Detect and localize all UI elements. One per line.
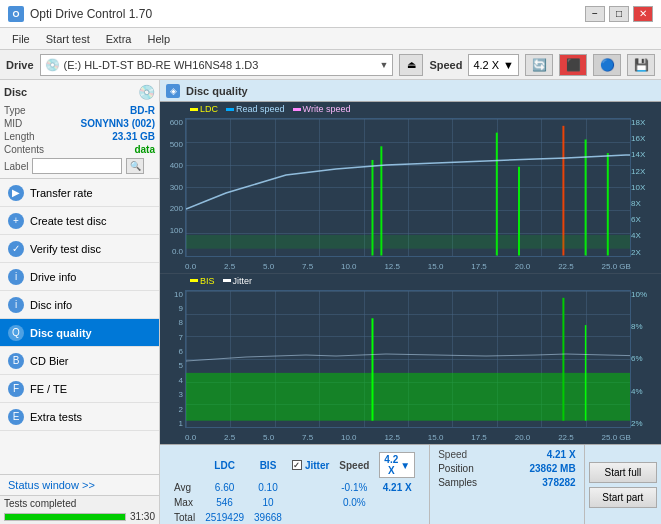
avg-jitter: -0.1%	[335, 481, 373, 494]
disc-quality-header: ◈ Disc quality	[160, 80, 661, 102]
status-window-button[interactable]: Status window >>	[0, 474, 159, 495]
menu-extra[interactable]: Extra	[98, 31, 140, 47]
disc-label-input[interactable]	[32, 158, 122, 174]
y-label-0: 0.0	[172, 247, 185, 256]
settings-button[interactable]: ⬛	[559, 54, 587, 76]
col-speed-val: 4.2 X ▼	[375, 451, 419, 479]
legend-bis: BIS	[190, 276, 215, 286]
disc-type-label: Type	[4, 105, 26, 116]
info-button[interactable]: 🔵	[593, 54, 621, 76]
speed-display[interactable]: 4.2 X ▼	[379, 452, 415, 478]
chart2-y-axis-left: 10 9 8 7 6 5 4 3 2 1	[160, 290, 185, 429]
maximize-button[interactable]: □	[609, 6, 629, 22]
stats-table: LDC BIS ✓ Jitter Speed	[168, 449, 421, 524]
col-bis-header: BIS	[250, 451, 286, 479]
stats-total-row: Total 2519429 39668	[170, 511, 419, 524]
samples-value: 378282	[542, 477, 575, 488]
disc-contents-label: Contents	[4, 144, 44, 155]
sidebar-item-cd-bier[interactable]: B CD Bier	[0, 347, 159, 375]
sidebar-item-disc-quality[interactable]: Q Disc quality	[0, 319, 159, 347]
stats-table-area: LDC BIS ✓ Jitter Speed	[160, 445, 429, 524]
total-samples	[335, 511, 373, 524]
legend-bis-label: BIS	[200, 276, 215, 286]
sidebar-item-create-test-disc[interactable]: + Create test disc	[0, 207, 159, 235]
legend-jitter-label: Jitter	[233, 276, 253, 286]
max-position	[375, 496, 419, 509]
drive-selector[interactable]: 💿 (E:) HL-DT-ST BD-RE WH16NS48 1.D3 ▼	[40, 54, 394, 76]
chart2-x-axis: 0.0 2.5 5.0 7.5 10.0 12.5 15.0 17.5 20.0…	[185, 433, 631, 442]
sidebar-item-verify-test-disc[interactable]: ✓ Verify test disc	[0, 235, 159, 263]
stats-bar: LDC BIS ✓ Jitter Speed	[160, 444, 661, 524]
stats-buttons: Start full Start part	[584, 445, 661, 524]
speed-value: 4.2 X	[473, 59, 499, 71]
y-label-100: 100	[170, 226, 185, 235]
start-full-button[interactable]: Start full	[589, 462, 657, 483]
chart-area: LDC Read speed Write speed 600 500 40	[160, 102, 661, 444]
max-jitter: 0.0%	[335, 496, 373, 509]
save-button[interactable]: 💾	[627, 54, 655, 76]
start-part-button[interactable]: Start part	[589, 487, 657, 508]
close-button[interactable]: ✕	[633, 6, 653, 22]
sidebar-item-label: Disc quality	[30, 327, 92, 339]
jitter-checkbox-label: Jitter	[305, 460, 329, 471]
disc-quality-title: Disc quality	[186, 85, 248, 97]
speed-dropdown-icon: ▼	[503, 59, 514, 71]
speed-selector[interactable]: 4.2 X ▼	[468, 54, 519, 76]
legend-read-label: Read speed	[236, 104, 285, 114]
total-ldc: 2519429	[201, 511, 248, 524]
disc-contents-row: Contents data	[4, 143, 155, 156]
chart2-svg	[186, 291, 630, 428]
sidebar-item-disc-info[interactable]: i Disc info	[0, 291, 159, 319]
app-title: Opti Drive Control 1.70	[30, 7, 152, 21]
disc-label-row: Label 🔍	[4, 158, 155, 174]
disc-label-browse-button[interactable]: 🔍	[126, 158, 144, 174]
legend-jitter-box	[223, 279, 231, 282]
chart1-legend: LDC Read speed Write speed	[190, 104, 350, 114]
status-text: Tests completed	[4, 498, 155, 509]
fe-te-icon: F	[8, 381, 24, 397]
refresh-button[interactable]: 🔄	[525, 54, 553, 76]
avg-label: Avg	[170, 481, 199, 494]
title-bar-left: O Opti Drive Control 1.70	[8, 6, 152, 22]
y-label-500: 500	[170, 140, 185, 149]
jitter-checkbox[interactable]: ✓	[292, 460, 302, 470]
drive-name-text: (E:) HL-DT-ST BD-RE WH16NS48 1.D3	[64, 59, 376, 71]
chart1-y-axis-left: 600 500 400 300 200 100 0.0	[160, 118, 185, 257]
minimize-button[interactable]: −	[585, 6, 605, 22]
menu-help[interactable]: Help	[139, 31, 178, 47]
sidebar-item-label: Transfer rate	[30, 187, 93, 199]
jitter-speed-row: Speed 4.21 X	[438, 449, 575, 460]
sidebar-item-extra-tests[interactable]: E Extra tests	[0, 403, 159, 431]
sidebar-item-label: Drive info	[30, 271, 76, 283]
disc-length-row: Length 23.31 GB	[4, 130, 155, 143]
legend-ldc-box	[190, 108, 198, 111]
chart2-grid	[185, 290, 631, 429]
main-content: ◈ Disc quality LDC Read speed	[160, 80, 661, 524]
disc-type-row: Type BD-R	[4, 104, 155, 117]
disc-length-label: Length	[4, 131, 35, 142]
menu-start-test[interactable]: Start test	[38, 31, 98, 47]
chart-bis-jitter: BIS Jitter 10 9 8 7 6 5 4 3	[160, 274, 661, 445]
max-spacer	[288, 496, 333, 509]
svg-rect-7	[186, 235, 630, 249]
drive-dropdown-arrow-icon: ▼	[379, 60, 388, 70]
sidebar-item-fe-te[interactable]: F FE / TE	[0, 375, 159, 403]
disc-length-value: 23.31 GB	[112, 131, 155, 142]
y-right-4x: 4X	[631, 231, 643, 240]
drive-info-icon: i	[8, 269, 24, 285]
eject-button[interactable]: ⏏	[399, 54, 423, 76]
sidebar-item-transfer-rate[interactable]: ▶ Transfer rate	[0, 179, 159, 207]
speed-display-arrow: ▼	[400, 460, 410, 471]
disc-image-icon: 💿	[138, 84, 155, 100]
status-window-label: Status window >>	[8, 479, 95, 491]
max-ldc: 546	[201, 496, 248, 509]
sidebar-item-label: CD Bier	[30, 355, 69, 367]
menu-file[interactable]: File	[4, 31, 38, 47]
sidebar: Disc 💿 Type BD-R MID SONYNN3 (002) Lengt…	[0, 80, 160, 524]
stats-right-panel: Speed 4.21 X Position 23862 MB Samples 3…	[429, 445, 583, 524]
total-bis: 39668	[250, 511, 286, 524]
verify-test-disc-icon: ✓	[8, 241, 24, 257]
disc-section-title: Disc	[4, 86, 27, 98]
col-speed-header: Speed	[335, 451, 373, 479]
sidebar-item-drive-info[interactable]: i Drive info	[0, 263, 159, 291]
